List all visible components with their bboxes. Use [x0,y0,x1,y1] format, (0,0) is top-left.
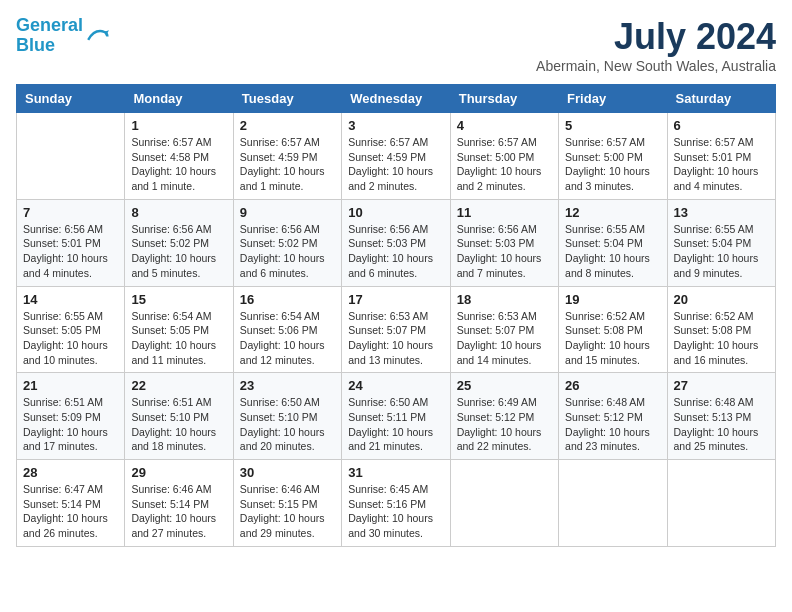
day-info: Sunrise: 6:54 AM Sunset: 5:06 PM Dayligh… [240,309,335,368]
day-info: Sunrise: 6:56 AM Sunset: 5:01 PM Dayligh… [23,222,118,281]
calendar-day-cell: 30Sunrise: 6:46 AM Sunset: 5:15 PM Dayli… [233,460,341,547]
calendar-day-cell: 14Sunrise: 6:55 AM Sunset: 5:05 PM Dayli… [17,286,125,373]
day-number: 11 [457,205,552,220]
calendar-day-cell [559,460,667,547]
day-info: Sunrise: 6:57 AM Sunset: 4:59 PM Dayligh… [240,135,335,194]
calendar-day-cell: 15Sunrise: 6:54 AM Sunset: 5:05 PM Dayli… [125,286,233,373]
day-info: Sunrise: 6:49 AM Sunset: 5:12 PM Dayligh… [457,395,552,454]
day-info: Sunrise: 6:52 AM Sunset: 5:08 PM Dayligh… [565,309,660,368]
calendar-day-cell: 19Sunrise: 6:52 AM Sunset: 5:08 PM Dayli… [559,286,667,373]
day-number: 15 [131,292,226,307]
day-number: 2 [240,118,335,133]
day-info: Sunrise: 6:55 AM Sunset: 5:04 PM Dayligh… [565,222,660,281]
day-info: Sunrise: 6:56 AM Sunset: 5:02 PM Dayligh… [240,222,335,281]
day-of-week-header: Saturday [667,85,775,113]
calendar-day-cell: 3Sunrise: 6:57 AM Sunset: 4:59 PM Daylig… [342,113,450,200]
day-of-week-header: Tuesday [233,85,341,113]
day-number: 17 [348,292,443,307]
calendar-day-cell: 20Sunrise: 6:52 AM Sunset: 5:08 PM Dayli… [667,286,775,373]
day-number: 18 [457,292,552,307]
calendar-day-cell: 28Sunrise: 6:47 AM Sunset: 5:14 PM Dayli… [17,460,125,547]
calendar-day-cell: 1Sunrise: 6:57 AM Sunset: 4:58 PM Daylig… [125,113,233,200]
day-info: Sunrise: 6:56 AM Sunset: 5:03 PM Dayligh… [457,222,552,281]
calendar-week-row: 14Sunrise: 6:55 AM Sunset: 5:05 PM Dayli… [17,286,776,373]
day-number: 19 [565,292,660,307]
day-number: 12 [565,205,660,220]
day-number: 29 [131,465,226,480]
day-number: 25 [457,378,552,393]
day-info: Sunrise: 6:50 AM Sunset: 5:11 PM Dayligh… [348,395,443,454]
calendar-day-cell: 4Sunrise: 6:57 AM Sunset: 5:00 PM Daylig… [450,113,558,200]
day-info: Sunrise: 6:57 AM Sunset: 5:01 PM Dayligh… [674,135,769,194]
location: Abermain, New South Wales, Australia [536,58,776,74]
calendar-day-cell [450,460,558,547]
day-info: Sunrise: 6:57 AM Sunset: 4:59 PM Dayligh… [348,135,443,194]
day-info: Sunrise: 6:48 AM Sunset: 5:12 PM Dayligh… [565,395,660,454]
day-info: Sunrise: 6:52 AM Sunset: 5:08 PM Dayligh… [674,309,769,368]
calendar-day-cell: 26Sunrise: 6:48 AM Sunset: 5:12 PM Dayli… [559,373,667,460]
calendar-day-cell: 27Sunrise: 6:48 AM Sunset: 5:13 PM Dayli… [667,373,775,460]
calendar-day-cell: 11Sunrise: 6:56 AM Sunset: 5:03 PM Dayli… [450,199,558,286]
calendar-day-cell: 23Sunrise: 6:50 AM Sunset: 5:10 PM Dayli… [233,373,341,460]
day-info: Sunrise: 6:47 AM Sunset: 5:14 PM Dayligh… [23,482,118,541]
day-number: 30 [240,465,335,480]
calendar-day-cell [17,113,125,200]
day-info: Sunrise: 6:53 AM Sunset: 5:07 PM Dayligh… [457,309,552,368]
calendar-day-cell: 25Sunrise: 6:49 AM Sunset: 5:12 PM Dayli… [450,373,558,460]
day-number: 13 [674,205,769,220]
day-of-week-header: Wednesday [342,85,450,113]
calendar-week-row: 7Sunrise: 6:56 AM Sunset: 5:01 PM Daylig… [17,199,776,286]
day-info: Sunrise: 6:55 AM Sunset: 5:05 PM Dayligh… [23,309,118,368]
day-info: Sunrise: 6:56 AM Sunset: 5:02 PM Dayligh… [131,222,226,281]
day-info: Sunrise: 6:57 AM Sunset: 5:00 PM Dayligh… [457,135,552,194]
day-number: 8 [131,205,226,220]
day-number: 6 [674,118,769,133]
day-info: Sunrise: 6:55 AM Sunset: 5:04 PM Dayligh… [674,222,769,281]
calendar-week-row: 28Sunrise: 6:47 AM Sunset: 5:14 PM Dayli… [17,460,776,547]
day-number: 31 [348,465,443,480]
logo-text: GeneralBlue [16,16,83,56]
day-info: Sunrise: 6:53 AM Sunset: 5:07 PM Dayligh… [348,309,443,368]
calendar-day-cell: 29Sunrise: 6:46 AM Sunset: 5:14 PM Dayli… [125,460,233,547]
calendar-day-cell: 6Sunrise: 6:57 AM Sunset: 5:01 PM Daylig… [667,113,775,200]
day-info: Sunrise: 6:50 AM Sunset: 5:10 PM Dayligh… [240,395,335,454]
calendar-day-cell: 21Sunrise: 6:51 AM Sunset: 5:09 PM Dayli… [17,373,125,460]
page-header: GeneralBlue July 2024 Abermain, New Sout… [16,16,776,74]
day-number: 10 [348,205,443,220]
calendar-day-cell: 9Sunrise: 6:56 AM Sunset: 5:02 PM Daylig… [233,199,341,286]
day-number: 1 [131,118,226,133]
calendar-header-row: SundayMondayTuesdayWednesdayThursdayFrid… [17,85,776,113]
day-info: Sunrise: 6:48 AM Sunset: 5:13 PM Dayligh… [674,395,769,454]
day-number: 26 [565,378,660,393]
day-info: Sunrise: 6:57 AM Sunset: 5:00 PM Dayligh… [565,135,660,194]
calendar-day-cell: 2Sunrise: 6:57 AM Sunset: 4:59 PM Daylig… [233,113,341,200]
day-number: 9 [240,205,335,220]
day-number: 24 [348,378,443,393]
day-number: 5 [565,118,660,133]
title-section: July 2024 Abermain, New South Wales, Aus… [536,16,776,74]
day-info: Sunrise: 6:56 AM Sunset: 5:03 PM Dayligh… [348,222,443,281]
day-number: 23 [240,378,335,393]
day-number: 27 [674,378,769,393]
day-number: 4 [457,118,552,133]
day-number: 20 [674,292,769,307]
day-info: Sunrise: 6:46 AM Sunset: 5:15 PM Dayligh… [240,482,335,541]
calendar-day-cell: 31Sunrise: 6:45 AM Sunset: 5:16 PM Dayli… [342,460,450,547]
calendar-day-cell: 10Sunrise: 6:56 AM Sunset: 5:03 PM Dayli… [342,199,450,286]
calendar-day-cell: 17Sunrise: 6:53 AM Sunset: 5:07 PM Dayli… [342,286,450,373]
day-number: 7 [23,205,118,220]
day-info: Sunrise: 6:54 AM Sunset: 5:05 PM Dayligh… [131,309,226,368]
calendar-week-row: 1Sunrise: 6:57 AM Sunset: 4:58 PM Daylig… [17,113,776,200]
day-number: 22 [131,378,226,393]
calendar-day-cell: 16Sunrise: 6:54 AM Sunset: 5:06 PM Dayli… [233,286,341,373]
calendar-day-cell: 5Sunrise: 6:57 AM Sunset: 5:00 PM Daylig… [559,113,667,200]
day-info: Sunrise: 6:45 AM Sunset: 5:16 PM Dayligh… [348,482,443,541]
calendar-day-cell: 12Sunrise: 6:55 AM Sunset: 5:04 PM Dayli… [559,199,667,286]
day-number: 14 [23,292,118,307]
calendar-day-cell: 8Sunrise: 6:56 AM Sunset: 5:02 PM Daylig… [125,199,233,286]
calendar-day-cell [667,460,775,547]
month-title: July 2024 [536,16,776,58]
calendar-table: SundayMondayTuesdayWednesdayThursdayFrid… [16,84,776,547]
day-info: Sunrise: 6:57 AM Sunset: 4:58 PM Dayligh… [131,135,226,194]
calendar-day-cell: 13Sunrise: 6:55 AM Sunset: 5:04 PM Dayli… [667,199,775,286]
